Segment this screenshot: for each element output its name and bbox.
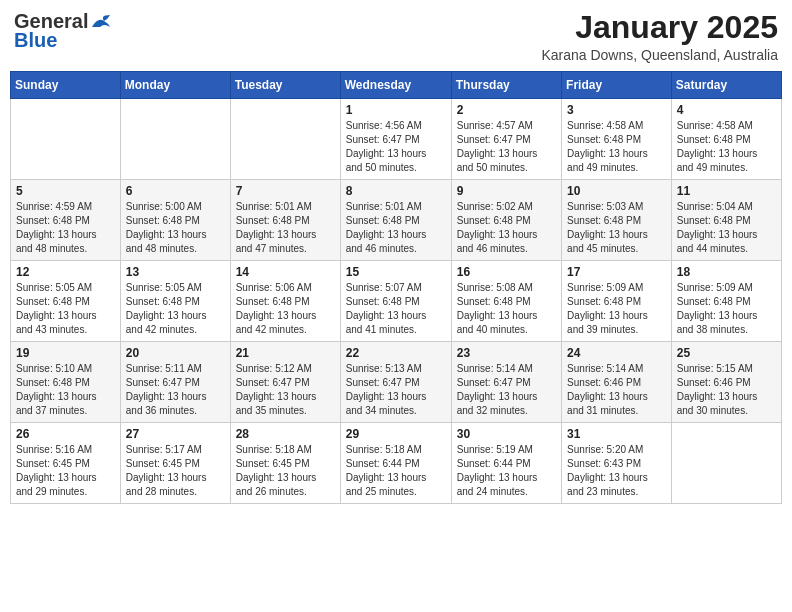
calendar-week-row: 1Sunrise: 4:56 AM Sunset: 6:47 PM Daylig… — [11, 99, 782, 180]
day-info: Sunrise: 5:00 AM Sunset: 6:48 PM Dayligh… — [126, 200, 225, 256]
day-number: 26 — [16, 427, 115, 441]
calendar-cell: 20Sunrise: 5:11 AM Sunset: 6:47 PM Dayli… — [120, 342, 230, 423]
day-number: 8 — [346, 184, 446, 198]
day-info: Sunrise: 5:01 AM Sunset: 6:48 PM Dayligh… — [236, 200, 335, 256]
month-title: January 2025 — [541, 10, 778, 45]
calendar-cell: 25Sunrise: 5:15 AM Sunset: 6:46 PM Dayli… — [671, 342, 781, 423]
day-info: Sunrise: 5:16 AM Sunset: 6:45 PM Dayligh… — [16, 443, 115, 499]
day-number: 23 — [457, 346, 556, 360]
day-number: 27 — [126, 427, 225, 441]
calendar-cell: 30Sunrise: 5:19 AM Sunset: 6:44 PM Dayli… — [451, 423, 561, 504]
calendar-cell: 21Sunrise: 5:12 AM Sunset: 6:47 PM Dayli… — [230, 342, 340, 423]
calendar-cell: 4Sunrise: 4:58 AM Sunset: 6:48 PM Daylig… — [671, 99, 781, 180]
calendar-cell — [120, 99, 230, 180]
day-number: 12 — [16, 265, 115, 279]
calendar-cell: 13Sunrise: 5:05 AM Sunset: 6:48 PM Dayli… — [120, 261, 230, 342]
day-info: Sunrise: 5:01 AM Sunset: 6:48 PM Dayligh… — [346, 200, 446, 256]
day-info: Sunrise: 4:58 AM Sunset: 6:48 PM Dayligh… — [677, 119, 776, 175]
day-number: 11 — [677, 184, 776, 198]
day-info: Sunrise: 5:17 AM Sunset: 6:45 PM Dayligh… — [126, 443, 225, 499]
day-info: Sunrise: 5:15 AM Sunset: 6:46 PM Dayligh… — [677, 362, 776, 418]
day-info: Sunrise: 5:18 AM Sunset: 6:44 PM Dayligh… — [346, 443, 446, 499]
day-info: Sunrise: 5:14 AM Sunset: 6:47 PM Dayligh… — [457, 362, 556, 418]
calendar-cell: 22Sunrise: 5:13 AM Sunset: 6:47 PM Dayli… — [340, 342, 451, 423]
day-number: 20 — [126, 346, 225, 360]
calendar-cell: 5Sunrise: 4:59 AM Sunset: 6:48 PM Daylig… — [11, 180, 121, 261]
calendar-cell — [230, 99, 340, 180]
weekday-header-friday: Friday — [562, 72, 672, 99]
day-number: 9 — [457, 184, 556, 198]
day-number: 19 — [16, 346, 115, 360]
day-number: 18 — [677, 265, 776, 279]
day-number: 24 — [567, 346, 666, 360]
day-info: Sunrise: 4:59 AM Sunset: 6:48 PM Dayligh… — [16, 200, 115, 256]
day-info: Sunrise: 5:11 AM Sunset: 6:47 PM Dayligh… — [126, 362, 225, 418]
title-block: January 2025 Karana Downs, Queensland, A… — [541, 10, 778, 63]
day-number: 1 — [346, 103, 446, 117]
day-info: Sunrise: 4:58 AM Sunset: 6:48 PM Dayligh… — [567, 119, 666, 175]
calendar-cell: 8Sunrise: 5:01 AM Sunset: 6:48 PM Daylig… — [340, 180, 451, 261]
day-number: 6 — [126, 184, 225, 198]
day-info: Sunrise: 5:13 AM Sunset: 6:47 PM Dayligh… — [346, 362, 446, 418]
day-info: Sunrise: 5:07 AM Sunset: 6:48 PM Dayligh… — [346, 281, 446, 337]
day-number: 28 — [236, 427, 335, 441]
day-info: Sunrise: 5:06 AM Sunset: 6:48 PM Dayligh… — [236, 281, 335, 337]
day-info: Sunrise: 4:56 AM Sunset: 6:47 PM Dayligh… — [346, 119, 446, 175]
day-info: Sunrise: 5:05 AM Sunset: 6:48 PM Dayligh… — [16, 281, 115, 337]
weekday-header-tuesday: Tuesday — [230, 72, 340, 99]
day-number: 5 — [16, 184, 115, 198]
calendar-cell: 24Sunrise: 5:14 AM Sunset: 6:46 PM Dayli… — [562, 342, 672, 423]
calendar-cell: 26Sunrise: 5:16 AM Sunset: 6:45 PM Dayli… — [11, 423, 121, 504]
calendar-cell: 19Sunrise: 5:10 AM Sunset: 6:48 PM Dayli… — [11, 342, 121, 423]
day-info: Sunrise: 5:09 AM Sunset: 6:48 PM Dayligh… — [567, 281, 666, 337]
calendar-cell: 17Sunrise: 5:09 AM Sunset: 6:48 PM Dayli… — [562, 261, 672, 342]
calendar-cell: 29Sunrise: 5:18 AM Sunset: 6:44 PM Dayli… — [340, 423, 451, 504]
calendar-cell — [11, 99, 121, 180]
day-number: 29 — [346, 427, 446, 441]
calendar-week-row: 26Sunrise: 5:16 AM Sunset: 6:45 PM Dayli… — [11, 423, 782, 504]
day-info: Sunrise: 5:08 AM Sunset: 6:48 PM Dayligh… — [457, 281, 556, 337]
day-number: 21 — [236, 346, 335, 360]
day-info: Sunrise: 5:14 AM Sunset: 6:46 PM Dayligh… — [567, 362, 666, 418]
weekday-header-wednesday: Wednesday — [340, 72, 451, 99]
calendar-cell — [671, 423, 781, 504]
calendar-cell: 2Sunrise: 4:57 AM Sunset: 6:47 PM Daylig… — [451, 99, 561, 180]
day-number: 22 — [346, 346, 446, 360]
day-number: 31 — [567, 427, 666, 441]
calendar-cell: 7Sunrise: 5:01 AM Sunset: 6:48 PM Daylig… — [230, 180, 340, 261]
calendar-cell: 23Sunrise: 5:14 AM Sunset: 6:47 PM Dayli… — [451, 342, 561, 423]
day-number: 30 — [457, 427, 556, 441]
calendar-header-row: SundayMondayTuesdayWednesdayThursdayFrid… — [11, 72, 782, 99]
calendar-cell: 27Sunrise: 5:17 AM Sunset: 6:45 PM Dayli… — [120, 423, 230, 504]
logo: General Blue — [14, 10, 112, 52]
calendar-cell: 6Sunrise: 5:00 AM Sunset: 6:48 PM Daylig… — [120, 180, 230, 261]
weekday-header-thursday: Thursday — [451, 72, 561, 99]
calendar-week-row: 19Sunrise: 5:10 AM Sunset: 6:48 PM Dayli… — [11, 342, 782, 423]
day-info: Sunrise: 5:05 AM Sunset: 6:48 PM Dayligh… — [126, 281, 225, 337]
day-info: Sunrise: 5:02 AM Sunset: 6:48 PM Dayligh… — [457, 200, 556, 256]
calendar-cell: 18Sunrise: 5:09 AM Sunset: 6:48 PM Dayli… — [671, 261, 781, 342]
calendar-cell: 31Sunrise: 5:20 AM Sunset: 6:43 PM Dayli… — [562, 423, 672, 504]
day-info: Sunrise: 5:03 AM Sunset: 6:48 PM Dayligh… — [567, 200, 666, 256]
weekday-header-saturday: Saturday — [671, 72, 781, 99]
day-info: Sunrise: 5:10 AM Sunset: 6:48 PM Dayligh… — [16, 362, 115, 418]
page-header: General Blue January 2025 Karana Downs, … — [10, 10, 782, 63]
calendar-cell: 28Sunrise: 5:18 AM Sunset: 6:45 PM Dayli… — [230, 423, 340, 504]
weekday-header-sunday: Sunday — [11, 72, 121, 99]
day-number: 2 — [457, 103, 556, 117]
day-number: 7 — [236, 184, 335, 198]
logo-bird-icon — [90, 13, 112, 31]
calendar-cell: 10Sunrise: 5:03 AM Sunset: 6:48 PM Dayli… — [562, 180, 672, 261]
calendar-cell: 1Sunrise: 4:56 AM Sunset: 6:47 PM Daylig… — [340, 99, 451, 180]
day-number: 17 — [567, 265, 666, 279]
calendar-table: SundayMondayTuesdayWednesdayThursdayFrid… — [10, 71, 782, 504]
day-info: Sunrise: 5:04 AM Sunset: 6:48 PM Dayligh… — [677, 200, 776, 256]
calendar-cell: 15Sunrise: 5:07 AM Sunset: 6:48 PM Dayli… — [340, 261, 451, 342]
calendar-week-row: 5Sunrise: 4:59 AM Sunset: 6:48 PM Daylig… — [11, 180, 782, 261]
calendar-cell: 16Sunrise: 5:08 AM Sunset: 6:48 PM Dayli… — [451, 261, 561, 342]
day-number: 13 — [126, 265, 225, 279]
calendar-cell: 9Sunrise: 5:02 AM Sunset: 6:48 PM Daylig… — [451, 180, 561, 261]
calendar-cell: 14Sunrise: 5:06 AM Sunset: 6:48 PM Dayli… — [230, 261, 340, 342]
day-info: Sunrise: 5:18 AM Sunset: 6:45 PM Dayligh… — [236, 443, 335, 499]
calendar-cell: 11Sunrise: 5:04 AM Sunset: 6:48 PM Dayli… — [671, 180, 781, 261]
